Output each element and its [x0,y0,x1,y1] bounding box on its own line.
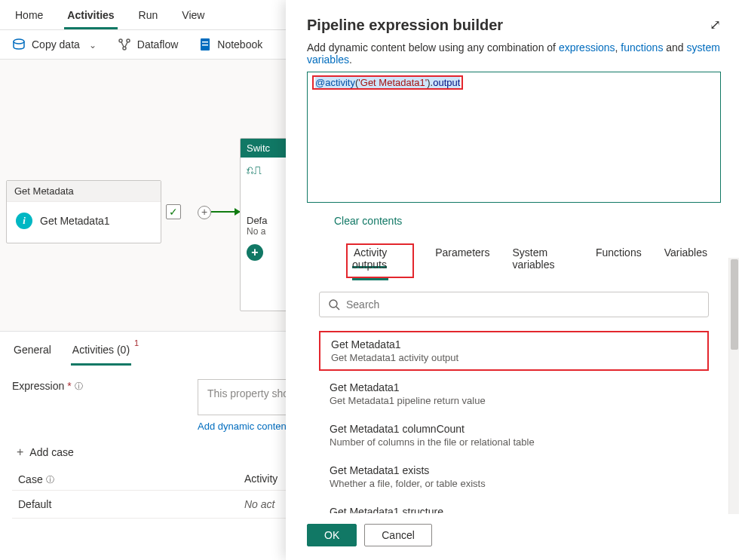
copy-data-icon [12,38,26,51]
scrollbar[interactable] [728,258,739,514]
scrollbar-thumb[interactable] [731,259,738,350]
chevron-down-icon [86,38,97,50]
search-input[interactable] [346,298,699,311]
list-item[interactable]: Get Metadata1 exists Whether a file, fol… [319,458,709,495]
tab-variables[interactable]: Variables [663,243,709,278]
success-check-icon[interactable]: ✓ [166,204,181,219]
svg-point-3 [123,47,126,50]
svg-point-1 [119,39,122,42]
clear-contents-link[interactable]: Clear contents [334,215,721,227]
builder-tabs: Activity outputs Parameters System varia… [334,243,721,278]
tab-run[interactable]: Run [136,5,161,29]
notebook-icon [199,38,211,51]
notebook-label: Notebook [217,38,262,50]
panel-description: Add dynamic content below using any comb… [307,41,721,66]
list-item[interactable]: Get Metadata1 Get Metadata1 pipeline ret… [319,375,709,412]
add-connection-icon[interactable]: + [198,206,211,219]
cancel-button[interactable]: Cancel [364,524,432,546]
switch-header: Switc [241,139,292,158]
get-metadata-name: Get Metadata1 [40,215,110,227]
tab-activity-outputs[interactable]: Activity outputs [352,243,388,280]
list-item[interactable]: Get Metadata1 columnCount Number of colu… [319,417,709,454]
panel-title: Pipeline expression builder [307,17,503,34]
expression-label: Expression* [12,379,186,392]
get-metadata-card[interactable]: Get Metadata i Get Metadata1 [6,180,161,243]
svg-rect-5 [202,41,208,43]
ok-button[interactable]: OK [307,524,357,546]
list-item[interactable]: Get Metadata1 Get Metadata1 activity out… [319,331,709,371]
tab-view[interactable]: View [179,5,207,29]
tab-system-variables[interactable]: System variables [511,243,574,278]
tab-activities-props[interactable]: Activities (0)1 [71,339,131,366]
switch-add-icon[interactable]: + [247,244,263,261]
svg-rect-6 [202,44,208,46]
switch-card[interactable]: Switc ⎌⎍ Defa No a + [240,138,293,311]
tab-functions[interactable]: Functions [594,243,643,278]
svg-point-0 [14,39,24,44]
tab-parameters[interactable]: Parameters [434,243,491,278]
tab-general[interactable]: General [12,339,53,366]
connector-arrow [211,211,240,213]
list-item[interactable]: Get Metadata1 structure Data structure o… [319,500,709,513]
results-list: Get Metadata1 Get Metadata1 activity out… [319,331,709,513]
copy-data-label: Copy data [32,38,80,50]
copy-data-button[interactable]: Copy data [12,38,97,51]
svg-point-2 [127,39,130,42]
svg-point-7 [330,300,337,308]
search-box[interactable] [319,292,709,317]
functions-link[interactable]: functions [621,41,663,54]
switch-icon: ⎌⎍ [247,164,286,177]
dataflow-icon [118,38,131,51]
tab-activities[interactable]: Activities [64,5,117,29]
switch-default-label: Defa [247,215,286,226]
info-icon[interactable] [75,379,83,392]
notebook-button[interactable]: Notebook [199,38,262,51]
get-metadata-header: Get Metadata [7,181,161,202]
expression-editor[interactable]: @activity('Get Metadata1').output [307,72,721,203]
svg-line-8 [336,307,339,310]
panel-footer: OK Cancel [307,513,721,546]
dataflow-label: Dataflow [137,38,178,50]
tab-home[interactable]: Home [12,5,46,29]
info-icon[interactable] [46,473,54,485]
col-case-label: Case [18,473,43,485]
expand-icon[interactable]: ⤢ [710,17,721,33]
search-icon [329,299,340,311]
info-icon: i [16,213,32,229]
switch-no-activities: No a [247,226,286,237]
add-dynamic-content-link[interactable]: Add dynamic content [ [198,421,295,432]
expression-builder-panel: Pipeline expression builder ⤢ Add dynami… [286,0,742,560]
expressions-link[interactable]: expressions [559,41,615,54]
dataflow-button[interactable]: Dataflow [118,38,178,51]
row-case: Default [18,498,244,510]
